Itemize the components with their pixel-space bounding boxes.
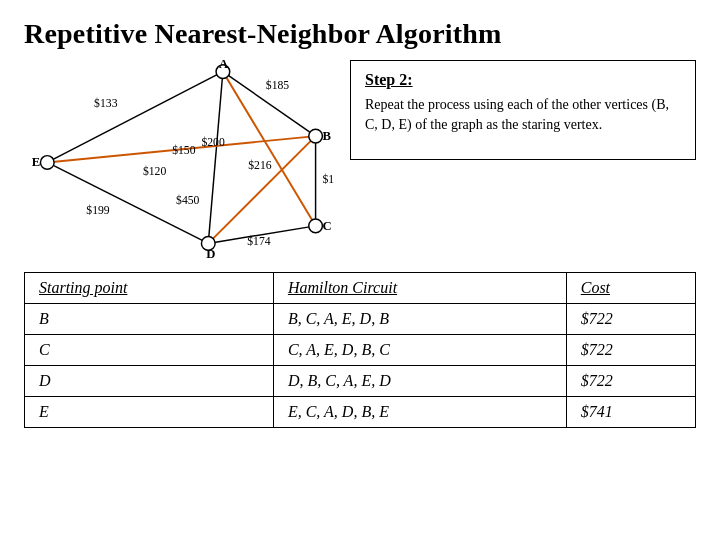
cell-cost: $722 (566, 304, 695, 335)
cell-start: D (25, 366, 274, 397)
col-header-cost: Cost (566, 273, 695, 304)
table-row: DD, B, C, A, E, D$722 (25, 366, 696, 397)
top-section: $133 $199 $185 $200 $120 $216 $150 $121 … (24, 60, 696, 260)
col-header-circuit: Hamilton Circuit (273, 273, 566, 304)
cell-start: E (25, 397, 274, 428)
svg-point-13 (40, 156, 54, 170)
svg-line-3 (208, 72, 223, 244)
svg-line-0 (47, 72, 223, 163)
svg-line-5 (208, 136, 315, 243)
cell-circuit: D, B, C, A, E, D (273, 366, 566, 397)
data-table: Starting point Hamilton Circuit Cost BB,… (24, 272, 696, 428)
cell-cost: $722 (566, 335, 695, 366)
step-box: Step 2: Repeat the process using each of… (350, 60, 696, 160)
node-b: B (322, 129, 331, 143)
table-row: CC, A, E, D, B, C$722 (25, 335, 696, 366)
node-d: D (206, 247, 215, 260)
edge-label-ad: $200 (201, 136, 225, 149)
edge-label-ae-120: $120 (143, 165, 167, 178)
node-c: C (322, 219, 331, 233)
cell-cost: $741 (566, 397, 695, 428)
page: Repetitive Nearest-Neighbor Algorithm (0, 0, 720, 540)
cell-circuit: E, C, A, D, B, E (273, 397, 566, 428)
page-title: Repetitive Nearest-Neighbor Algorithm (24, 18, 696, 50)
edge-label-bc: $121 (322, 173, 334, 186)
svg-point-11 (309, 219, 323, 233)
cell-circuit: C, A, E, D, B, C (273, 335, 566, 366)
edge-label-eb: $450 (176, 194, 200, 207)
col-header-start: Starting point (25, 273, 274, 304)
cell-start: B (25, 304, 274, 335)
node-a: A (219, 60, 229, 71)
edge-label-bd: $216 (248, 159, 272, 172)
table-row: EE, C, A, D, B, E$741 (25, 397, 696, 428)
cell-start: C (25, 335, 274, 366)
edge-label-ea: $133 (94, 97, 118, 110)
graph-area: $133 $199 $185 $200 $120 $216 $150 $121 … (24, 60, 334, 260)
step-title: Step 2: (365, 71, 681, 89)
table-row: BB, C, A, E, D, B$722 (25, 304, 696, 335)
svg-point-10 (309, 129, 323, 143)
node-e: E (32, 155, 40, 169)
cell-circuit: B, C, A, E, D, B (273, 304, 566, 335)
edge-label-ab: $185 (266, 79, 290, 92)
cell-cost: $722 (566, 366, 695, 397)
step-description: Repeat the process using each of the oth… (365, 95, 681, 136)
edge-label-ed: $199 (86, 204, 110, 217)
edge-label-dc: $174 (247, 235, 271, 248)
graph-svg: $133 $199 $185 $200 $120 $216 $150 $121 … (24, 60, 334, 260)
edge-label-ac: $150 (172, 144, 196, 157)
